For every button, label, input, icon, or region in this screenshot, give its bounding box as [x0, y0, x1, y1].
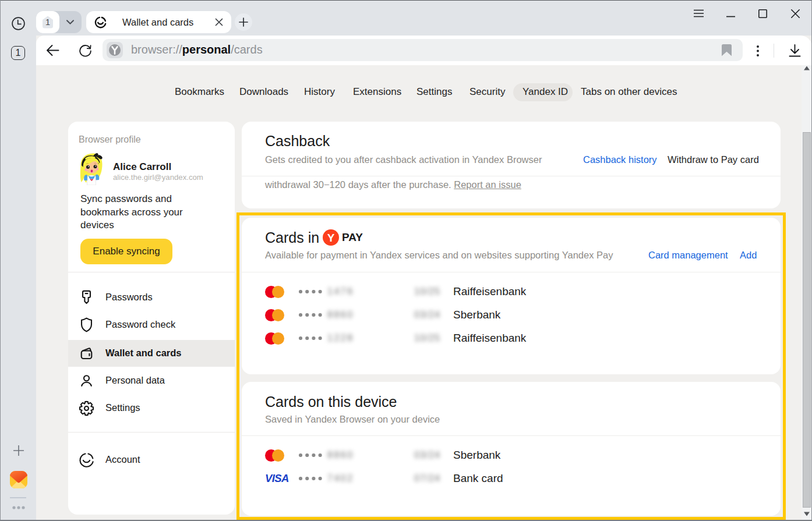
- svg-text:1: 1: [45, 17, 50, 27]
